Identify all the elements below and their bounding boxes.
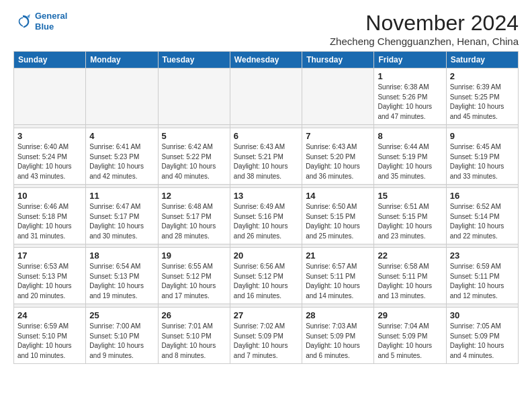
day-info: Sunrise: 7:00 AMSunset: 5:10 PMDaylight:… bbox=[89, 322, 154, 361]
day-number: 3 bbox=[17, 131, 82, 141]
cell-4-2: 19Sunrise: 6:55 AMSunset: 5:12 PMDayligh… bbox=[158, 248, 230, 304]
day-info: Sunrise: 6:46 AMSunset: 5:18 PMDaylight:… bbox=[17, 202, 82, 241]
day-info: Sunrise: 6:52 AMSunset: 5:14 PMDaylight:… bbox=[450, 202, 515, 241]
week-row-5: 24Sunrise: 6:59 AMSunset: 5:10 PMDayligh… bbox=[14, 308, 519, 364]
week-row-4: 17Sunrise: 6:53 AMSunset: 5:13 PMDayligh… bbox=[14, 248, 519, 304]
cell-1-4 bbox=[302, 68, 374, 125]
day-info: Sunrise: 7:04 AMSunset: 5:09 PMDaylight:… bbox=[378, 322, 442, 361]
day-info: Sunrise: 6:56 AMSunset: 5:12 PMDaylight:… bbox=[234, 262, 298, 301]
day-number: 11 bbox=[89, 191, 154, 201]
day-info: Sunrise: 6:38 AMSunset: 5:26 PMDaylight:… bbox=[378, 83, 442, 122]
logo: General Blue bbox=[13, 11, 67, 32]
cell-5-5: 29Sunrise: 7:04 AMSunset: 5:09 PMDayligh… bbox=[374, 308, 446, 364]
calendar-table: Sunday Monday Tuesday Wednesday Thursday… bbox=[13, 51, 519, 364]
day-info: Sunrise: 6:41 AMSunset: 5:23 PMDaylight:… bbox=[89, 142, 154, 181]
cell-2-1: 4Sunrise: 6:41 AMSunset: 5:23 PMDaylight… bbox=[86, 128, 158, 185]
cell-4-1: 18Sunrise: 6:54 AMSunset: 5:13 PMDayligh… bbox=[86, 248, 158, 304]
col-monday: Monday bbox=[86, 52, 158, 68]
cell-3-1: 11Sunrise: 6:47 AMSunset: 5:17 PMDayligh… bbox=[86, 188, 158, 244]
day-number: 21 bbox=[306, 250, 370, 261]
cell-5-6: 30Sunrise: 7:05 AMSunset: 5:09 PMDayligh… bbox=[446, 308, 518, 364]
logo-text: General Blue bbox=[35, 11, 67, 32]
day-number: 28 bbox=[306, 310, 370, 320]
cell-2-4: 7Sunrise: 6:43 AMSunset: 5:20 PMDaylight… bbox=[302, 128, 374, 185]
day-number: 27 bbox=[234, 310, 298, 320]
col-wednesday: Wednesday bbox=[230, 52, 302, 68]
day-number: 19 bbox=[162, 250, 226, 261]
col-thursday: Thursday bbox=[302, 52, 374, 68]
day-number: 16 bbox=[450, 191, 515, 201]
day-info: Sunrise: 6:54 AMSunset: 5:13 PMDaylight:… bbox=[89, 262, 154, 301]
day-number: 1 bbox=[378, 71, 442, 81]
day-info: Sunrise: 6:59 AMSunset: 5:11 PMDaylight:… bbox=[450, 262, 515, 301]
day-number: 4 bbox=[89, 131, 154, 141]
cell-2-2: 5Sunrise: 6:42 AMSunset: 5:22 PMDaylight… bbox=[158, 128, 230, 185]
col-sunday: Sunday bbox=[14, 52, 86, 68]
cell-3-3: 13Sunrise: 6:49 AMSunset: 5:16 PMDayligh… bbox=[230, 188, 302, 244]
cell-3-6: 16Sunrise: 6:52 AMSunset: 5:14 PMDayligh… bbox=[446, 188, 518, 244]
day-number: 9 bbox=[450, 131, 515, 141]
day-info: Sunrise: 6:40 AMSunset: 5:24 PMDaylight:… bbox=[17, 142, 82, 181]
cell-4-3: 20Sunrise: 6:56 AMSunset: 5:12 PMDayligh… bbox=[230, 248, 302, 304]
day-number: 10 bbox=[17, 191, 82, 201]
day-info: Sunrise: 6:48 AMSunset: 5:17 PMDaylight:… bbox=[162, 202, 226, 241]
cell-3-4: 14Sunrise: 6:50 AMSunset: 5:15 PMDayligh… bbox=[302, 188, 374, 244]
day-number: 23 bbox=[450, 250, 515, 261]
day-info: Sunrise: 6:51 AMSunset: 5:15 PMDaylight:… bbox=[378, 202, 442, 241]
cell-1-3 bbox=[230, 68, 302, 125]
cell-3-0: 10Sunrise: 6:46 AMSunset: 5:18 PMDayligh… bbox=[14, 188, 86, 244]
day-number: 26 bbox=[162, 310, 226, 320]
day-info: Sunrise: 6:42 AMSunset: 5:22 PMDaylight:… bbox=[162, 142, 226, 181]
col-friday: Friday bbox=[374, 52, 446, 68]
title-block: November 2024 Zhecheng Chengguanzhen, He… bbox=[330, 11, 519, 47]
day-number: 2 bbox=[450, 71, 515, 81]
day-number: 22 bbox=[378, 250, 442, 261]
day-number: 5 bbox=[162, 131, 226, 141]
day-info: Sunrise: 6:59 AMSunset: 5:10 PMDaylight:… bbox=[17, 322, 82, 361]
day-number: 29 bbox=[378, 310, 442, 320]
day-number: 12 bbox=[162, 191, 226, 201]
cell-4-6: 23Sunrise: 6:59 AMSunset: 5:11 PMDayligh… bbox=[446, 248, 518, 304]
day-number: 30 bbox=[450, 310, 515, 320]
day-info: Sunrise: 6:50 AMSunset: 5:15 PMDaylight:… bbox=[306, 202, 370, 241]
cell-2-6: 9Sunrise: 6:45 AMSunset: 5:19 PMDaylight… bbox=[446, 128, 518, 185]
cell-5-2: 26Sunrise: 7:01 AMSunset: 5:10 PMDayligh… bbox=[158, 308, 230, 364]
header: General Blue November 2024 Zhecheng Chen… bbox=[13, 11, 519, 47]
day-info: Sunrise: 6:57 AMSunset: 5:11 PMDaylight:… bbox=[306, 262, 370, 301]
cell-4-4: 21Sunrise: 6:57 AMSunset: 5:11 PMDayligh… bbox=[302, 248, 374, 304]
day-info: Sunrise: 6:49 AMSunset: 5:16 PMDaylight:… bbox=[234, 202, 298, 241]
cell-1-6: 2Sunrise: 6:39 AMSunset: 5:25 PMDaylight… bbox=[446, 68, 518, 125]
cell-2-5: 8Sunrise: 6:44 AMSunset: 5:19 PMDaylight… bbox=[374, 128, 446, 185]
day-number: 6 bbox=[234, 131, 298, 141]
day-number: 20 bbox=[234, 250, 298, 261]
day-number: 8 bbox=[378, 131, 442, 141]
day-info: Sunrise: 7:05 AMSunset: 5:09 PMDaylight:… bbox=[450, 322, 515, 361]
month-title: November 2024 bbox=[330, 11, 519, 36]
day-number: 17 bbox=[17, 250, 82, 261]
location-title: Zhecheng Chengguanzhen, Henan, China bbox=[330, 36, 519, 47]
cell-4-0: 17Sunrise: 6:53 AMSunset: 5:13 PMDayligh… bbox=[14, 248, 86, 304]
cell-3-2: 12Sunrise: 6:48 AMSunset: 5:17 PMDayligh… bbox=[158, 188, 230, 244]
day-number: 15 bbox=[378, 191, 442, 201]
cell-5-4: 28Sunrise: 7:03 AMSunset: 5:09 PMDayligh… bbox=[302, 308, 374, 364]
day-info: Sunrise: 6:47 AMSunset: 5:17 PMDaylight:… bbox=[89, 202, 154, 241]
calendar-header-row: Sunday Monday Tuesday Wednesday Thursday… bbox=[14, 52, 519, 68]
cell-1-1 bbox=[86, 68, 158, 125]
day-number: 7 bbox=[306, 131, 370, 141]
cell-2-3: 6Sunrise: 6:43 AMSunset: 5:21 PMDaylight… bbox=[230, 128, 302, 185]
cell-2-0: 3Sunrise: 6:40 AMSunset: 5:24 PMDaylight… bbox=[14, 128, 86, 185]
cell-1-2 bbox=[158, 68, 230, 125]
day-info: Sunrise: 6:58 AMSunset: 5:11 PMDaylight:… bbox=[378, 262, 442, 301]
logo-line2: Blue bbox=[35, 21, 54, 32]
calendar-page: General Blue November 2024 Zhecheng Chen… bbox=[0, 0, 532, 372]
day-info: Sunrise: 7:03 AMSunset: 5:09 PMDaylight:… bbox=[306, 322, 370, 361]
day-number: 18 bbox=[89, 250, 154, 261]
col-tuesday: Tuesday bbox=[158, 52, 230, 68]
cell-5-1: 25Sunrise: 7:00 AMSunset: 5:10 PMDayligh… bbox=[86, 308, 158, 364]
week-row-1: 1Sunrise: 6:38 AMSunset: 5:26 PMDaylight… bbox=[14, 68, 519, 125]
cell-5-3: 27Sunrise: 7:02 AMSunset: 5:09 PMDayligh… bbox=[230, 308, 302, 364]
day-info: Sunrise: 6:43 AMSunset: 5:21 PMDaylight:… bbox=[234, 142, 298, 181]
day-info: Sunrise: 7:02 AMSunset: 5:09 PMDaylight:… bbox=[234, 322, 298, 361]
week-row-3: 10Sunrise: 6:46 AMSunset: 5:18 PMDayligh… bbox=[14, 188, 519, 244]
day-info: Sunrise: 7:01 AMSunset: 5:10 PMDaylight:… bbox=[162, 322, 226, 361]
